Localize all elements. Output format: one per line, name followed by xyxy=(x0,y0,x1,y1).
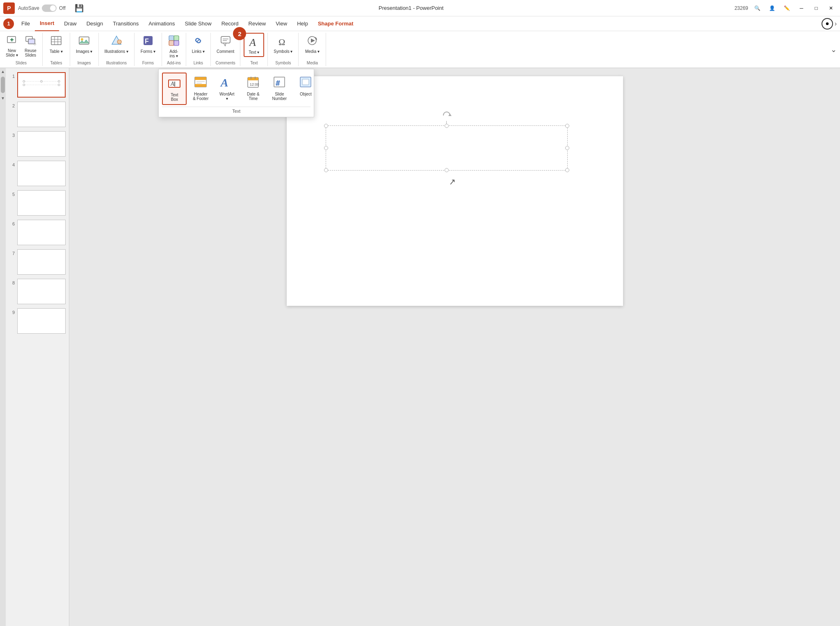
handle-bl[interactable] xyxy=(324,168,328,172)
handle-br[interactable] xyxy=(565,168,569,172)
links-icon xyxy=(192,34,204,48)
tab-design[interactable]: Design xyxy=(82,16,108,31)
scroll-down-arrow[interactable]: ▼ xyxy=(0,95,6,102)
slide-thumb-7[interactable]: 7 xyxy=(8,248,66,275)
header-footer-dropdown-item[interactable]: Header& Footer xyxy=(188,73,213,105)
slide-preview-9[interactable] xyxy=(17,308,66,334)
tab-transitions[interactable]: Transitions xyxy=(108,16,144,31)
autosave-toggle[interactable] xyxy=(42,5,57,12)
text-dropdown: A TextBox xyxy=(158,69,314,117)
links-label: Links ▾ xyxy=(192,49,205,54)
text-button[interactable]: A Text ▾ xyxy=(244,33,264,57)
ribbon-expand[interactable]: › xyxy=(835,20,837,27)
object-label: Object xyxy=(300,92,312,96)
handle-tm[interactable] xyxy=(445,124,449,128)
media-label: Media ▾ xyxy=(305,49,320,54)
ribbon-group-forms: F Forms ▾ Forms xyxy=(135,33,162,66)
tab-view[interactable]: View xyxy=(271,16,292,31)
slide-thumb-8[interactable]: 8 xyxy=(8,278,66,305)
tab-insert[interactable]: Insert xyxy=(35,16,59,31)
textbox-dropdown-item[interactable]: A TextBox xyxy=(162,73,187,105)
slide-preview-2[interactable] xyxy=(17,102,66,127)
tab-review[interactable]: Review xyxy=(244,16,271,31)
svg-marker-54 xyxy=(448,114,452,116)
reuse-slides-button[interactable]: ⟳ ReuseSlides xyxy=(22,33,39,59)
symbols-button[interactable]: Ω Symbols ▾ xyxy=(271,33,295,55)
tab-draw[interactable]: Draw xyxy=(59,16,81,31)
comment-icon xyxy=(219,34,232,48)
tab-slideshow[interactable]: Slide Show xyxy=(180,16,217,31)
text-dropdown-items: A TextBox xyxy=(162,73,310,105)
tab-file[interactable]: File xyxy=(16,16,35,31)
vertical-scrollbar-left[interactable]: ▲ ▼ xyxy=(0,68,6,626)
forms-button[interactable]: F Forms ▾ xyxy=(138,33,158,55)
svg-rect-18 xyxy=(174,36,179,41)
slide-thumb-1[interactable]: 1 xyxy=(8,71,66,98)
new-slide-icon xyxy=(6,34,18,48)
ribbon-group-tables: Table ▾ Tables xyxy=(43,33,70,66)
handle-tl[interactable] xyxy=(324,124,328,128)
illustrations-label: Illustrations ▾ xyxy=(105,49,128,54)
record-btn[interactable]: ⏺ xyxy=(822,18,833,30)
autosave-knob xyxy=(50,5,56,11)
user-id: 23269 xyxy=(735,5,748,11)
slide-thumb-6[interactable]: 6 xyxy=(8,219,66,246)
search-button[interactable]: 🔍 xyxy=(751,2,763,14)
svg-text:A: A xyxy=(249,36,256,48)
save-button[interactable]: 💾 xyxy=(75,4,84,13)
slide-preview-8[interactable] xyxy=(17,279,66,304)
scroll-up-arrow[interactable]: ▲ xyxy=(0,68,6,75)
slide-num-9: 9 xyxy=(9,310,15,315)
slide-preview-6[interactable] xyxy=(17,220,66,245)
handle-mr[interactable] xyxy=(565,146,569,150)
datetime-dropdown-item[interactable]: 12:00 Date &Time xyxy=(241,73,265,105)
user-button[interactable]: 👤 xyxy=(766,2,778,14)
new-slide-button[interactable]: NewSlide ▾ xyxy=(3,33,21,59)
slide-thumb-4[interactable]: 4 xyxy=(8,160,66,187)
media-button[interactable]: Media ▾ xyxy=(302,33,322,55)
media-icon xyxy=(306,34,318,48)
slide-editor[interactable]: ↗ xyxy=(69,68,840,626)
slide-num-5: 5 xyxy=(9,192,15,197)
svg-point-14 xyxy=(117,40,121,44)
maximize-button[interactable]: □ xyxy=(810,2,822,14)
slide-preview-5[interactable] xyxy=(17,190,66,216)
media-group-label: Media xyxy=(302,60,322,66)
handle-tr[interactable] xyxy=(565,124,569,128)
slide-panel: 1 2 3 4 xyxy=(6,68,69,626)
reuse-slides-icon: ⟳ xyxy=(25,34,36,48)
pen-button[interactable]: ✏️ xyxy=(781,2,792,14)
handle-bm[interactable] xyxy=(445,168,449,172)
slidenumber-icon: # xyxy=(272,75,286,91)
slide-preview-3[interactable] xyxy=(17,131,66,157)
slide-thumb-5[interactable]: 5 xyxy=(8,189,66,216)
slide-preview-4[interactable] xyxy=(17,161,66,186)
slide-thumb-9[interactable]: 9 xyxy=(8,307,66,335)
tab-shapeformat[interactable]: Shape Format xyxy=(313,16,358,31)
ribbon-expand-btn[interactable]: ⌄ xyxy=(831,45,837,54)
slide-thumb-3[interactable]: 3 xyxy=(8,130,66,157)
close-button[interactable]: ✕ xyxy=(825,2,837,14)
step1-badge: 1 xyxy=(3,18,14,29)
minimize-button[interactable]: ─ xyxy=(796,2,807,14)
tab-help[interactable]: Help xyxy=(292,16,313,31)
slide-thumb-2[interactable]: 2 xyxy=(8,101,66,128)
svg-text:#: # xyxy=(276,79,280,87)
table-button[interactable]: Table ▾ xyxy=(46,33,66,55)
slide-preview-1[interactable] xyxy=(17,72,66,98)
slide-preview-7[interactable] xyxy=(17,249,66,275)
addins-button[interactable]: Add-ins ▾ xyxy=(165,33,183,60)
images-button[interactable]: Images ▾ xyxy=(73,33,95,55)
symbols-icon: Ω xyxy=(277,34,289,48)
scroll-thumb[interactable] xyxy=(1,77,5,93)
links-button[interactable]: Links ▾ xyxy=(189,33,207,55)
links-content: Links ▾ xyxy=(189,33,207,60)
object-dropdown-item[interactable]: Object xyxy=(293,73,318,105)
wordart-dropdown-item[interactable]: A WordArt ▾ xyxy=(215,73,239,105)
tab-animations[interactable]: Animations xyxy=(144,16,180,31)
handle-ml[interactable] xyxy=(324,146,328,150)
forms-content: F Forms ▾ xyxy=(138,33,158,60)
selection-box[interactable] xyxy=(326,125,568,171)
illustrations-button[interactable]: Illustrations ▾ xyxy=(102,33,131,55)
slidenumber-dropdown-item[interactable]: # SlideNumber xyxy=(267,73,292,105)
